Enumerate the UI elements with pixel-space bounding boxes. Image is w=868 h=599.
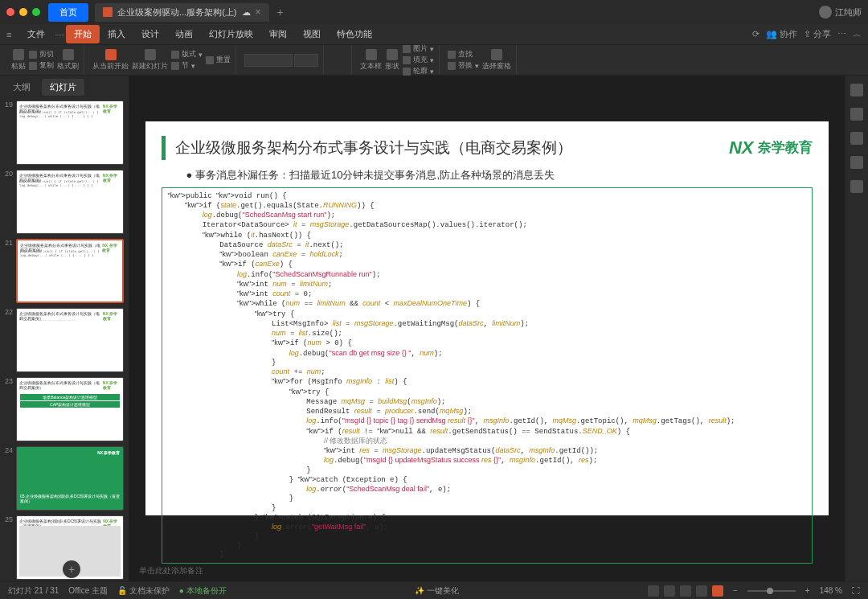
menu-special[interactable]: 特色功能	[329, 25, 380, 43]
statusbar: 幻灯片 21 / 31 Office 主题 🔓 文档未保护 ● 本地备份开 ✨ …	[0, 581, 868, 599]
slide-thumb-21[interactable]: 21企业级微服务架构分布式事务设计与实践（电商交易案例）NX 奈学教育publi…	[2, 239, 124, 303]
view-reading-icon[interactable]	[680, 585, 691, 597]
brand-logo: NX 奈学教育	[729, 137, 813, 158]
user-area[interactable]: 江纯师	[819, 6, 862, 18]
slide-panel: 大纲 幻灯片 19企业级微服务架构分布式事务设计与实践（电商交易案例）NX 奈学…	[0, 76, 129, 581]
zoom-in-icon[interactable]: +	[805, 586, 810, 595]
font-size-select[interactable]	[294, 54, 318, 67]
menu-insert[interactable]: 插入	[100, 25, 133, 43]
slide-thumb-24[interactable]: 24NX 奈学教育03.企业级微服务架构消防队多DC部署设计与实践（百度案例）	[2, 446, 124, 511]
view-slideshow-icon[interactable]	[712, 585, 723, 597]
document-tab[interactable]: 企业级案例驱动...服务架构(上) ☁ ×	[95, 3, 269, 22]
maximize-window[interactable]	[32, 8, 40, 16]
insert-group: 文本框 形状 图片 ▾ 填充 ▾ 轮廓 ▾	[355, 45, 440, 75]
document-tab-title: 企业级案例驱动...服务架构(上)	[117, 6, 237, 18]
new-slide-button[interactable]: 新建幻灯片	[132, 49, 168, 72]
share-button[interactable]: ⇪ 分享	[804, 28, 831, 40]
slide-thumbnail[interactable]: 企业级微服务架构分布式事务设计与实践（电商交易案例）NX 奈学教育public …	[16, 239, 124, 303]
collapse-ribbon-icon[interactable]: ︿	[853, 28, 862, 40]
format-painter-button[interactable]: 格式刷	[57, 49, 79, 72]
slide-thumbnail[interactable]: 企业级微服务架构分布式事务设计与实践（电商交易案例）NX 奈学教育public …	[16, 170, 124, 234]
reset-button[interactable]: 重置	[206, 55, 231, 65]
slide-title: 企业级微服务架构分布式事务设计与实践（电商交易案例）	[175, 137, 728, 158]
image-button[interactable]: 图片 ▾	[403, 43, 434, 54]
backup-status[interactable]: ● 本地备份开	[179, 585, 227, 597]
slide-thumb-20[interactable]: 20企业级微服务架构分布式事务设计与实践（电商交易案例）NX 奈学教育publi…	[2, 170, 124, 234]
collaborate-button[interactable]: 👥 协作	[766, 28, 797, 40]
sync-icon[interactable]: ⟳	[752, 29, 760, 39]
textbox-button[interactable]: 文本框	[360, 49, 382, 72]
start-from-current-button[interactable]: 从当前开始	[92, 49, 129, 72]
cut-button[interactable]: 剪切	[29, 49, 54, 59]
beautify-button[interactable]: ✨ 一键美化	[415, 585, 459, 597]
menu-animation[interactable]: 动画	[167, 25, 201, 43]
cloud-icon: ☁	[242, 7, 251, 18]
menu-review[interactable]: 审阅	[261, 25, 295, 43]
slide-list[interactable]: 19企业级微服务架构分布式事务设计与实践（电商交易案例）NX 奈学教育publi…	[0, 99, 129, 581]
slide-group: 从当前开始 新建幻灯片 版式 ▾ 节 ▾ 重置	[88, 45, 236, 75]
menu-slideshow[interactable]: 幻灯片放映	[201, 25, 261, 43]
edit-group: 查找 替换 ▾ 选择窗格	[443, 45, 517, 75]
home-tab[interactable]: 首页	[48, 3, 88, 22]
slide-number: 21	[2, 239, 13, 303]
add-slide-button[interactable]: +	[63, 560, 80, 578]
slide-thumbnail[interactable]: 企业级微服务架构分布式事务设计与实践（电商交易案例）NX 奈学教育public …	[16, 101, 124, 165]
design-icon[interactable]	[850, 156, 863, 169]
menu-design[interactable]: 设计	[133, 25, 167, 43]
slide-title-row: 企业级微服务架构分布式事务设计与实践（电商交易案例） NX 奈学教育	[162, 136, 813, 160]
close-tab-icon[interactable]: ×	[256, 6, 261, 18]
slide-canvas[interactable]: 企业级微服务架构分布式事务设计与实践（电商交易案例） NX 奈学教育 事务消息补…	[129, 76, 845, 560]
window-controls	[6, 8, 40, 16]
paste-button[interactable]: 粘贴	[11, 49, 26, 72]
shapes-button[interactable]: 形状	[385, 49, 399, 72]
replace-button[interactable]: 替换 ▾	[448, 60, 479, 71]
slide-thumb-19[interactable]: 19企业级微服务架构分布式事务设计与实践（电商交易案例）NX 奈学教育publi…	[2, 101, 124, 165]
ribbon: 粘贴 剪切 复制 格式刷 从当前开始 新建幻灯片 版式 ▾ 节 ▾ 重置 文本框…	[0, 45, 868, 76]
section-button[interactable]: 节 ▾	[171, 60, 203, 71]
zoom-slider[interactable]	[747, 590, 796, 592]
select-pane-button[interactable]: 选择窗格	[482, 49, 511, 72]
slide-thumbnail[interactable]: NX 奈学教育03.企业级微服务架构消防队多DC部署设计与实践（百度案例）	[16, 446, 124, 511]
more-icon[interactable]: ⋯	[837, 29, 846, 39]
find-button[interactable]: 查找	[448, 49, 479, 59]
theme-label[interactable]: Office 主题	[68, 585, 108, 597]
zoom-out-icon[interactable]: −	[733, 586, 738, 595]
transition-icon[interactable]	[850, 132, 863, 145]
view-normal-icon[interactable]	[648, 585, 659, 597]
fit-icon[interactable]: ⛶	[852, 586, 860, 595]
outline-tab[interactable]: 大纲	[5, 79, 39, 96]
more-tools-icon[interactable]	[850, 180, 863, 193]
copy-button[interactable]: 复制	[29, 60, 54, 71]
menu-file[interactable]: 文件	[19, 25, 53, 43]
zoom-level[interactable]: 148 %	[820, 586, 842, 595]
app-menu-icon[interactable]: ≡	[6, 30, 11, 39]
slide-number: 22	[2, 308, 13, 372]
clipboard-group: 粘贴 剪切 复制 格式刷	[6, 45, 84, 75]
logo-text: 奈学教育	[758, 138, 813, 157]
code-block: "kw">public "kw">void run() { "kw">if (s…	[162, 187, 813, 564]
slide-thumbnail[interactable]: 企业级微服务架构分布式事务设计与实践（电商交易案例）NX 奈学教育场景Balan…	[16, 377, 124, 441]
slide-panel-tabs: 大纲 幻灯片	[0, 76, 129, 99]
fill-button[interactable]: 填充 ▾	[403, 55, 434, 65]
slide-number: 23	[2, 377, 13, 441]
slides-tab[interactable]: 幻灯片	[42, 79, 84, 96]
slide-number: 24	[2, 446, 13, 511]
view-sorter-icon[interactable]	[664, 585, 675, 597]
protect-status[interactable]: 🔓 文档未保护	[117, 585, 170, 597]
add-tab-button[interactable]: +	[277, 6, 284, 18]
slide-thumb-22[interactable]: 22企业级微服务架构分布式事务设计与实践（电商交易案例）NX 奈学教育• ...…	[2, 308, 124, 372]
font-family-select[interactable]	[244, 54, 293, 67]
properties-icon[interactable]	[850, 84, 863, 96]
slide-thumb-23[interactable]: 23企业级微服务架构分布式事务设计与实践（电商交易案例）NX 奈学教育场景Bal…	[2, 377, 124, 441]
slide-number: 25	[2, 515, 13, 580]
layout-button[interactable]: 版式 ▾	[171, 49, 203, 59]
menu-start[interactable]: 开始	[66, 25, 100, 43]
close-window[interactable]	[6, 8, 14, 16]
slide-thumbnail[interactable]: 企业级微服务架构分布式事务设计与实践（电商交易案例）NX 奈学教育• .....…	[16, 308, 124, 372]
animation-icon[interactable]	[850, 108, 863, 121]
slide-number: 20	[2, 170, 13, 234]
minimize-window[interactable]	[19, 8, 27, 16]
view-notes-icon[interactable]	[696, 585, 707, 597]
menu-view[interactable]: 视图	[295, 25, 329, 43]
font-group	[240, 45, 324, 75]
